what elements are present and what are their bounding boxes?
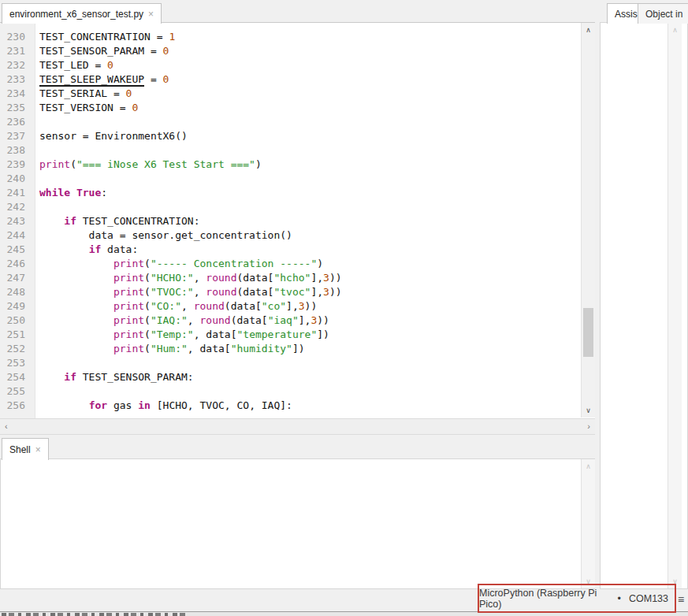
- line-number: 237: [0, 129, 35, 143]
- code-editor[interactable]: 230TEST_CONCENTRATION = 1231TEST_SENSOR_…: [0, 22, 595, 418]
- shell-vertical-scrollbar[interactable]: ∧ ∨: [581, 459, 595, 588]
- shell-tab[interactable]: Shell ×: [2, 438, 49, 460]
- code-line[interactable]: 233TEST_SLEEP_WAKEUP = 0: [0, 72, 581, 87]
- code-line[interactable]: 237sensor = EnvironmentX6(): [0, 129, 581, 143]
- code-line[interactable]: 240: [0, 172, 581, 186]
- code-line[interactable]: 244 data = sensor.get_concentration(): [0, 228, 581, 243]
- code-line[interactable]: 231TEST_SENSOR_PARAM = 0: [0, 44, 581, 58]
- scrollbar-thumb[interactable]: [583, 308, 593, 357]
- code-line[interactable]: 254 if TEST_SENSOR_PARAM:: [0, 370, 581, 384]
- line-number: 242: [0, 200, 35, 214]
- line-number: 255: [0, 384, 35, 399]
- line-number: 256: [0, 399, 35, 413]
- tab-close-icon[interactable]: ×: [148, 9, 154, 19]
- code-line[interactable]: 252 print("Hum:", data["humidity"]): [0, 342, 581, 356]
- editor-tab[interactable]: environment_x6_sensor_test.py ×: [2, 3, 162, 24]
- line-number: 254: [0, 370, 35, 384]
- code-line[interactable]: 253: [0, 356, 581, 370]
- line-number: 230: [0, 30, 35, 44]
- interpreter-label[interactable]: MicroPython (Raspberry Pi Pico): [479, 588, 610, 610]
- line-number: 235: [0, 101, 35, 115]
- highlight-box: MicroPython (Raspberry Pi Pico) • COM133: [478, 584, 676, 613]
- scroll-left-icon[interactable]: ‹: [5, 421, 8, 431]
- code-line[interactable]: 248 print("TVOC:", round(data["tvoc"],3)…: [0, 285, 581, 299]
- line-number: 252: [0, 342, 35, 356]
- hamburger-menu-icon[interactable]: ≡: [678, 593, 684, 606]
- line-number: 250: [0, 314, 35, 328]
- code-line[interactable]: 256 for gas in [HCHO, TVOC, CO, IAQ]:: [0, 399, 581, 413]
- code-line[interactable]: 236: [0, 115, 581, 129]
- line-number: 231: [0, 44, 35, 58]
- scroll-down-icon[interactable]: ∨: [582, 406, 595, 415]
- status-separator: •: [618, 593, 621, 604]
- line-number: 251: [0, 328, 35, 342]
- com-port-label[interactable]: COM133: [629, 593, 668, 604]
- scroll-up-icon[interactable]: ∧: [582, 462, 595, 471]
- code-line[interactable]: 250 print("IAQ:", round(data["iaq"],3)): [0, 314, 581, 328]
- line-number: 246: [0, 257, 35, 271]
- tab-object-inspector-label: Object in: [645, 9, 682, 20]
- editor-vertical-scrollbar[interactable]: ∧ ∨: [581, 23, 595, 417]
- line-number: 243: [0, 214, 35, 228]
- code-line[interactable]: 243 if TEST_CONCENTRATION:: [0, 214, 581, 228]
- line-number: 244: [0, 228, 35, 243]
- code-line[interactable]: 246 print("----- Concentration -----"): [0, 257, 581, 271]
- code-line[interactable]: 239print("=== iNose X6 Test Start ==="): [0, 158, 581, 172]
- shell-tab-close-icon[interactable]: ×: [35, 445, 41, 455]
- code-line[interactable]: 251 print("Temp:", data["temperature"]): [0, 328, 581, 342]
- line-number: 236: [0, 115, 35, 129]
- side-panel-scrollbar[interactable]: ∧ ∨: [668, 23, 682, 588]
- code-lines: 230TEST_CONCENTRATION = 1231TEST_SENSOR_…: [0, 30, 581, 413]
- code-line[interactable]: 245 if data:: [0, 243, 581, 257]
- code-line[interactable]: 247 print("HCHO:", round(data["hcho"],3)…: [0, 271, 581, 285]
- clipped-text-artifact: [2, 613, 188, 616]
- line-number: 239: [0, 158, 35, 172]
- line-number: 238: [0, 143, 35, 158]
- tab-assistant-label: Assis: [615, 9, 638, 20]
- editor-tab-title: environment_x6_sensor_test.py: [9, 9, 143, 20]
- line-number: 245: [0, 243, 35, 257]
- code-line[interactable]: 230TEST_CONCENTRATION = 1: [0, 30, 581, 44]
- line-number: 249: [0, 299, 35, 314]
- shell-output[interactable]: [0, 458, 595, 589]
- line-number: 241: [0, 186, 35, 200]
- tab-object-inspector[interactable]: Object in: [638, 3, 688, 24]
- code-line[interactable]: 238: [0, 143, 581, 158]
- line-number: 240: [0, 172, 35, 186]
- code-line[interactable]: 241while True:: [0, 186, 581, 200]
- code-line[interactable]: 242: [0, 200, 581, 214]
- line-number: 234: [0, 87, 35, 101]
- shell-tab-label: Shell: [9, 444, 31, 455]
- scroll-right-icon[interactable]: ›: [587, 421, 590, 431]
- line-number: 247: [0, 271, 35, 285]
- code-line[interactable]: 235TEST_VERSION = 0: [0, 101, 581, 115]
- editor-horizontal-scrollbar[interactable]: ‹ ›: [0, 418, 595, 435]
- thonny-window: environment_x6_sensor_test.py × Assis Ob…: [0, 0, 688, 616]
- line-number: 233: [0, 72, 35, 87]
- code-line[interactable]: 249 print("CO:", round(data["co"],3)): [0, 299, 581, 314]
- line-number: 253: [0, 356, 35, 370]
- line-number: 232: [0, 58, 35, 72]
- scroll-up-icon[interactable]: ∧: [668, 25, 682, 35]
- code-line[interactable]: 232TEST_LED = 0: [0, 58, 581, 72]
- scroll-up-icon[interactable]: ∧: [582, 25, 595, 35]
- code-line[interactable]: 234TEST_SERIAL = 0: [0, 87, 581, 101]
- code-line[interactable]: 255: [0, 384, 581, 399]
- line-number: 248: [0, 285, 35, 299]
